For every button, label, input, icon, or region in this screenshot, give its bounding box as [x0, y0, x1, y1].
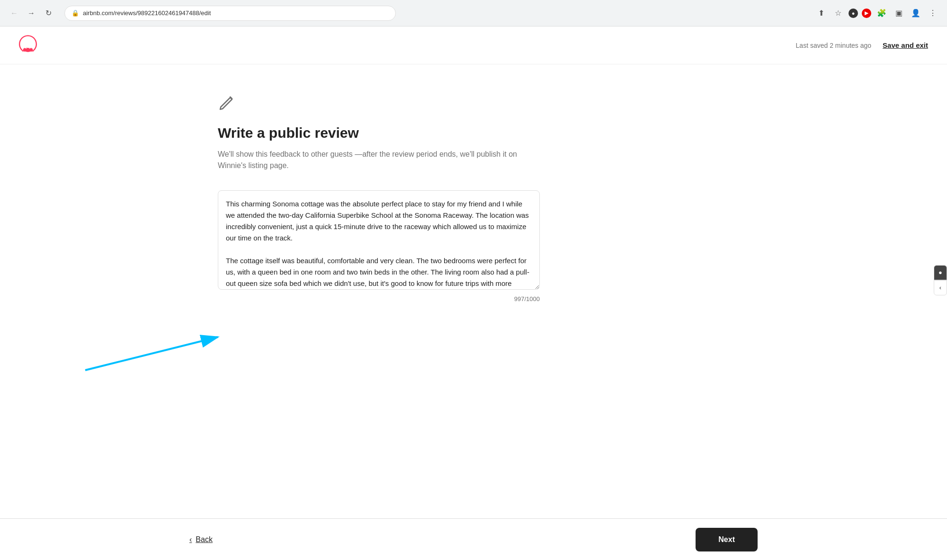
right-handle-top[interactable]: ●: [934, 265, 947, 280]
cyan-arrow: [76, 323, 237, 382]
main-content: Write a public review We'll show this fe…: [199, 64, 748, 359]
nav-buttons: ← → ↻: [8, 7, 55, 20]
review-textarea[interactable]: [218, 190, 540, 290]
browser-actions: ⬆ ☆ ● ▶ 🧩 ▣ 👤 ⋮: [814, 7, 939, 20]
menu-icon[interactable]: ⋮: [926, 7, 939, 20]
extensions-icon[interactable]: 🧩: [875, 7, 888, 20]
page-subtitle: We'll show this feedback to other guests…: [218, 149, 540, 171]
back-chevron-icon: ‹: [189, 535, 192, 544]
right-handle-bottom[interactable]: ‹: [934, 280, 947, 295]
sidebar-icon[interactable]: ▣: [892, 7, 905, 20]
back-button[interactable]: ‹ Back: [189, 535, 213, 544]
youtube-extension-icon[interactable]: ▶: [862, 9, 871, 18]
profile-icon[interactable]: 👤: [909, 7, 922, 20]
lock-icon: 🔒: [71, 9, 79, 17]
char-count: 997/1000: [218, 295, 540, 302]
review-textarea-container: 997/1000: [218, 190, 540, 302]
last-saved-text: Last saved 2 minutes ago: [796, 42, 872, 49]
address-bar[interactable]: 🔒 airbnb.com/reviews/989221602461947488/…: [64, 6, 396, 21]
next-button[interactable]: Next: [696, 528, 758, 551]
save-exit-button[interactable]: Save and exit: [883, 41, 928, 49]
forward-nav-button[interactable]: →: [25, 7, 38, 20]
page-title: Write a public review: [218, 125, 729, 141]
profile-extension-icon[interactable]: ●: [849, 9, 858, 18]
browser-chrome: ← → ↻ 🔒 airbnb.com/reviews/9892216024619…: [0, 0, 947, 27]
airbnb-logo[interactable]: [19, 35, 37, 56]
reload-button[interactable]: ↻: [42, 7, 55, 20]
bookmark-icon[interactable]: ☆: [831, 7, 845, 20]
site-header: Last saved 2 minutes ago Save and exit: [0, 27, 947, 64]
share-icon[interactable]: ⬆: [814, 7, 828, 20]
pencil-icon: [218, 93, 729, 114]
right-handles: ● ‹: [934, 265, 947, 295]
back-nav-button[interactable]: ←: [8, 7, 21, 20]
header-right: Last saved 2 minutes ago Save and exit: [796, 41, 928, 49]
footer: ‹ Back Next: [0, 518, 947, 560]
back-label: Back: [196, 535, 213, 544]
url-text: airbnb.com/reviews/989221602461947488/ed…: [83, 9, 211, 17]
svg-line-1: [85, 337, 218, 370]
